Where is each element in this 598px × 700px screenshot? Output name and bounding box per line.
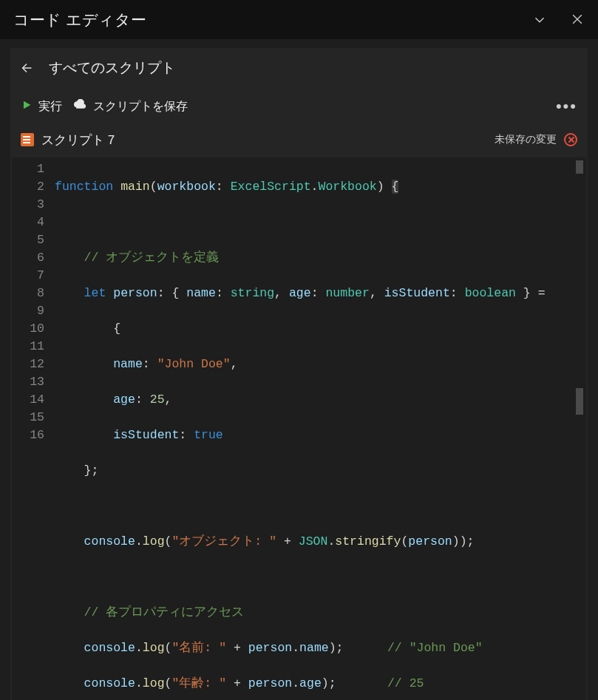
more-menu-button[interactable]: ••• xyxy=(556,97,577,116)
close-icon[interactable] xyxy=(570,12,585,28)
script-toolbar: 実行 スクリプトを保存 ••• xyxy=(10,88,588,125)
scrollbar-thumb[interactable] xyxy=(576,388,583,415)
chevron-down-icon[interactable] xyxy=(531,12,548,28)
cloud-save-icon xyxy=(72,99,87,114)
script-file-icon xyxy=(21,133,34,146)
breadcrumb-bar: すべてのスクリプト xyxy=(10,48,588,88)
unsaved-label: 未保存の変更 xyxy=(495,133,557,146)
unsaved-close-icon[interactable] xyxy=(564,133,577,146)
code-editor[interactable]: 12345678910111213141516 function main(wo… xyxy=(12,157,586,700)
script-name: スクリプト 7 xyxy=(41,132,115,149)
window-title: コード エディター xyxy=(13,10,146,30)
back-arrow-icon[interactable] xyxy=(19,60,35,76)
title-bar: コード エディター xyxy=(0,0,598,39)
run-label: 実行 xyxy=(38,99,62,115)
run-button[interactable]: 実行 xyxy=(21,99,62,115)
save-script-button[interactable]: スクリプトを保存 xyxy=(72,99,188,115)
line-gutter: 12345678910111213141516 xyxy=(12,157,55,700)
code-content[interactable]: function main(workbook: ExcelScript.Work… xyxy=(55,157,586,700)
scrollbar-thumb[interactable] xyxy=(576,160,583,174)
save-label: スクリプトを保存 xyxy=(93,99,188,115)
breadcrumb-title: すべてのスクリプト xyxy=(49,58,175,78)
play-icon xyxy=(21,99,33,114)
script-header: スクリプト 7 未保存の変更 xyxy=(10,125,588,154)
